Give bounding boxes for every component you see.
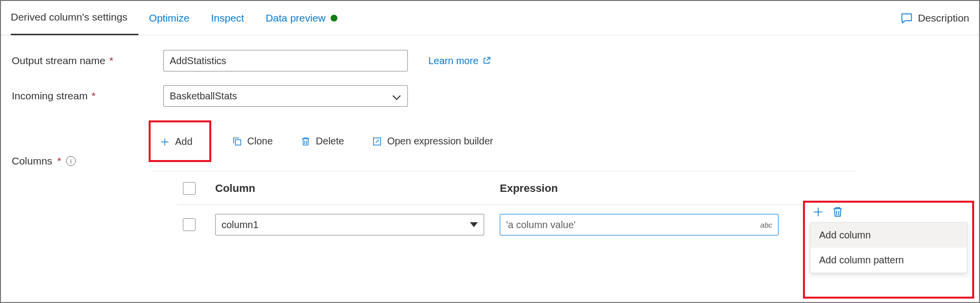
grid-header: Column Expression — [177, 177, 803, 205]
add-context-menu: Add column Add column pattern — [810, 222, 967, 273]
column-name-value: column1 — [222, 219, 259, 231]
columns-toolbar: Add Clone Delete Open expression builder — [153, 120, 857, 171]
required-marker: * — [109, 55, 113, 67]
incoming-stream-select[interactable]: BasketballStats — [163, 85, 408, 107]
row-output-stream: Output stream name * Learn more — [12, 50, 968, 71]
info-icon[interactable]: i — [66, 156, 76, 166]
table-row: column1 'a column value' abc — [177, 205, 803, 239]
columns-grid: Column Expression column1 'a column valu… — [177, 177, 803, 239]
open-expression-builder-label: Open expression builder — [387, 136, 493, 147]
dropdown-triangle-icon — [470, 222, 478, 227]
learn-more-link[interactable]: Learn more — [428, 55, 491, 67]
plus-icon — [812, 206, 824, 218]
add-button-label: Add — [175, 136, 193, 147]
columns-label-text: Columns — [12, 155, 52, 167]
trash-icon — [831, 206, 844, 218]
row-incoming-stream: Incoming stream * BasketballStats — [12, 85, 968, 107]
tabs-bar: Derived column's settings Optimize Inspe… — [1, 1, 979, 35]
trash-icon — [300, 136, 311, 147]
column-header: Column — [215, 182, 484, 195]
required-marker: * — [57, 155, 61, 167]
chevron-down-icon — [393, 92, 401, 100]
status-dot-icon — [331, 15, 337, 22]
output-stream-input[interactable] — [163, 50, 408, 71]
clone-button-label: Clone — [247, 136, 273, 147]
tab-inspect[interactable]: Inspect — [200, 1, 255, 35]
description-button[interactable]: Description — [900, 12, 969, 24]
clone-button[interactable]: Clone — [225, 131, 280, 152]
menu-item-add-column[interactable]: Add column — [810, 223, 967, 248]
type-hint-label: abc — [760, 221, 772, 229]
row-delete-button[interactable] — [831, 206, 844, 218]
expression-input[interactable]: 'a column value' abc — [500, 214, 779, 235]
incoming-stream-label-text: Incoming stream — [12, 90, 88, 102]
tab-optimize[interactable]: Optimize — [138, 1, 200, 35]
clone-icon — [232, 136, 243, 147]
expression-placeholder: 'a column value' — [506, 219, 576, 231]
incoming-stream-label: Incoming stream * — [12, 90, 163, 102]
row-checkbox[interactable] — [183, 218, 196, 231]
output-stream-label-text: Output stream name — [12, 55, 105, 67]
description-label: Description — [918, 12, 969, 24]
expression-header: Expression — [500, 182, 558, 195]
required-marker: * — [91, 90, 95, 102]
external-icon — [372, 136, 382, 147]
tab-settings[interactable]: Derived column's settings — [11, 1, 138, 35]
delete-button[interactable]: Delete — [293, 131, 351, 152]
learn-more-text: Learn more — [428, 55, 478, 67]
select-all-checkbox[interactable] — [183, 182, 196, 195]
plus-icon — [159, 137, 170, 147]
delete-button-label: Delete — [316, 136, 344, 147]
row-add-button[interactable] — [812, 206, 824, 218]
tab-data-preview-label: Data preview — [266, 12, 326, 24]
tab-data-preview[interactable]: Data preview — [255, 1, 348, 35]
add-menu-highlight: Add column Add column pattern — [803, 201, 974, 299]
incoming-stream-value: BasketballStats — [170, 91, 237, 102]
column-name-input[interactable]: column1 — [215, 214, 484, 235]
output-stream-label: Output stream name * — [12, 55, 163, 67]
external-link-icon — [482, 56, 491, 65]
menu-item-add-column-pattern[interactable]: Add column pattern — [810, 248, 967, 273]
columns-label: Columns * i — [12, 155, 76, 167]
open-expression-builder-button[interactable]: Open expression builder — [365, 131, 500, 152]
add-button[interactable]: Add — [149, 120, 211, 162]
svg-rect-0 — [235, 140, 241, 145]
comment-icon — [900, 12, 913, 24]
